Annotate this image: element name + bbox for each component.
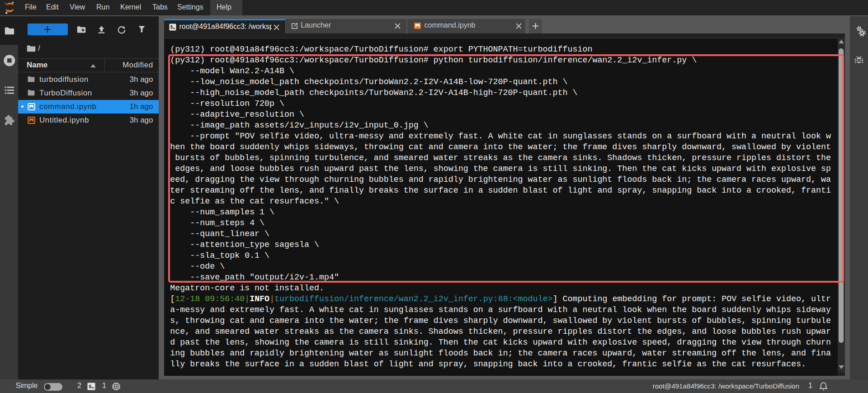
svg-text:$: $: [170, 25, 173, 30]
svg-text:$: $: [89, 384, 91, 389]
